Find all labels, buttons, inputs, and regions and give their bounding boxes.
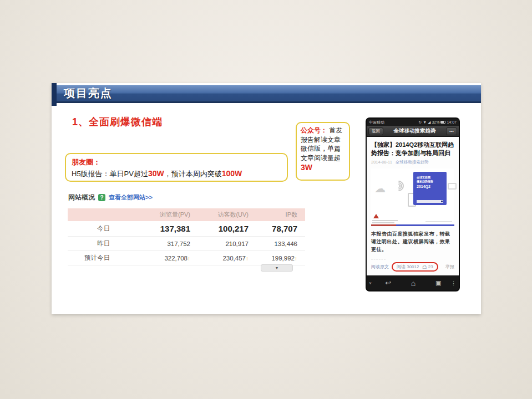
report-abuse-link[interactable]: 举报 <box>445 264 454 270</box>
signal-icon: ◢ <box>428 120 430 125</box>
cell-uv: 230,457↑ <box>198 255 256 262</box>
cloud-icon: ☁ <box>374 182 386 195</box>
phone-status-bar: 中国移动 ↻ ▼ ◢ 32% 14:07 <box>367 119 459 126</box>
refresh-icon: ↻ <box>418 120 422 125</box>
article-title: 【独家】2014Q2移动互联网趋势报告：竞争加剧与格局回归 <box>371 141 454 158</box>
android-home-icon[interactable]: ⌂ <box>401 279 425 288</box>
wifi-icon: ▼ <box>423 120 427 124</box>
cell-uv: 100,217 <box>198 224 256 233</box>
moments-highlight-2: 100W <box>222 169 242 178</box>
moments-text-mid: ，预计本周内突破 <box>164 170 222 178</box>
header-accent-block <box>52 83 57 106</box>
official-account-callout-box: 公众号： 首发报告解读文章微信版，单篇文章阅读量超3W <box>296 122 350 181</box>
up-arrow-icon: ↑ <box>188 255 190 262</box>
moments-highlight-1: 30W <box>148 169 164 178</box>
slide-canvas: 项目亮点 1、全面刷爆微信端 朋友圈： H5版报告：单日PV超过30W，预计本周… <box>52 83 481 314</box>
article-view: 【独家】2014Q2移动互联网趋势报告：竞争加剧与格局回归 2014-08-11… <box>367 137 459 275</box>
report-cover-thumbnail: 全球互联网 搜索趋势报告 2014Q2 <box>413 172 447 205</box>
row-label: 今日 <box>68 224 118 233</box>
cell-pv: 137,381 <box>118 224 198 233</box>
official-highlight: 3W <box>301 163 312 172</box>
chevron-down-icon: ▼ <box>275 266 279 270</box>
table-expand-button[interactable]: ▼ <box>261 264 293 272</box>
col-header-pv: 浏览量(PV) <box>118 211 198 219</box>
phone-title-bar: 返回 全球移动搜索趋势 ••• <box>367 126 459 137</box>
table-row: 昨日 317,752 210,917 133,446 <box>68 237 305 251</box>
col-header-uv: 访客数(UV) <box>198 211 256 219</box>
publisher-logo <box>373 214 379 218</box>
logo-text-bar <box>372 220 398 221</box>
battery-percent: 32% <box>432 120 439 124</box>
row-label: 昨日 <box>68 239 118 248</box>
table-row: 今日 137,381 100,217 78,707 <box>68 221 305 237</box>
cover-line: 搜索趋势报告 <box>417 180 443 184</box>
article-meta: 2014-08-11 全球移动搜索趋势 <box>371 160 454 165</box>
watermark-bar <box>425 221 452 222</box>
moments-callout-box: 朋友圈： H5版报告：单日PV超过30W，预计本周内突破100W <box>65 153 288 182</box>
account-title: 全球移动搜索趋势 <box>394 127 436 135</box>
moments-text-prefix: H5版报告：单日PV超过 <box>72 170 148 178</box>
article-source-link[interactable]: 全球移动搜索趋势 <box>396 160 429 165</box>
android-more-dots-icon[interactable]: ⋮ <box>451 280 457 286</box>
back-button[interactable]: 返回 <box>368 127 383 135</box>
android-recents-icon[interactable]: ▣ <box>426 279 451 287</box>
cover-footer-bar <box>371 224 454 226</box>
official-title: 公众号： <box>301 126 327 134</box>
hide-nav-chevron-icon[interactable]: ∨ <box>369 281 376 285</box>
cell-pv: 317,752 <box>118 241 198 247</box>
cell-ip: 199,992↑ <box>256 255 305 262</box>
page-title: 项目亮点 <box>57 85 481 103</box>
table-header-row: 浏览量(PV) 访客数(UV) IP数 <box>68 208 305 221</box>
cell-ip: 78,707 <box>256 224 305 233</box>
read-stats-red-circle: 阅读 30012 凸 23 <box>392 262 438 272</box>
cover-strip <box>417 200 443 203</box>
col-header-ip: IP数 <box>256 211 305 219</box>
article-body-text: 本报告由百度搜狐独家发布，转载请注明出处。建议横屏阅读，效果更佳。 <box>371 231 454 254</box>
cell-ip: 133,446 <box>256 241 305 247</box>
clock-label: 14:07 <box>447 120 457 124</box>
view-all-sites-link[interactable]: 查看全部网站>> <box>109 193 153 202</box>
thumbs-up-icon: 凸 <box>422 264 427 269</box>
up-arrow-icon: ↑ <box>246 255 249 262</box>
read-original-link[interactable]: 阅读原文 <box>371 264 389 270</box>
moments-title: 朋友圈： <box>72 158 100 166</box>
help-icon[interactable]: ? <box>98 194 105 201</box>
row-label: 预计今日 <box>68 254 118 262</box>
cover-line: 全球互联网 <box>417 176 443 180</box>
article-cover-image: ☁ 全球互联网 搜索趋势报告 2014Q2 <box>371 168 454 226</box>
carrier-label: 中国移动 <box>369 120 384 125</box>
battery-icon <box>440 121 445 124</box>
menu-button[interactable]: ••• <box>446 127 457 135</box>
like-stat[interactable]: 凸 23 <box>422 264 433 270</box>
site-overview-label: 网站概况 <box>68 193 95 202</box>
view-count: 阅读 30012 <box>397 264 419 270</box>
section-title: 1、全面刷爆微信端 <box>72 115 163 129</box>
cell-pv: 322,708↑ <box>118 255 198 262</box>
table-row: 预计今日 322,708↑ 230,457↑ 199,992↑ <box>68 251 305 265</box>
cover-quarter: 2014Q2 <box>417 185 443 188</box>
article-footer: 阅读原文 阅读 30012 凸 23 举报 <box>371 259 454 272</box>
site-overview-row: 网站概况 ? 查看全部网站>> <box>68 193 153 202</box>
chat-bubble-icon <box>448 183 457 190</box>
site-stats-table: 浏览量(PV) 访客数(UV) IP数 今日 137,381 100,217 7… <box>68 208 305 265</box>
phone-screenshot: 中国移动 ↻ ▼ ◢ 32% 14:07 返回 全球移动搜索趋势 ••• 【独家… <box>366 117 460 291</box>
logo-text-bar <box>372 222 394 223</box>
article-date: 2014-08-11 <box>371 160 392 165</box>
android-nav-bar: ∨ ↩ ⌂ ▣ ⋮ <box>367 275 459 290</box>
divider <box>371 259 386 259</box>
android-back-icon[interactable]: ↩ <box>376 279 401 287</box>
up-arrow-icon: ↑ <box>295 255 297 262</box>
broadcast-icon <box>391 178 406 193</box>
cell-uv: 210,917 <box>198 241 256 247</box>
